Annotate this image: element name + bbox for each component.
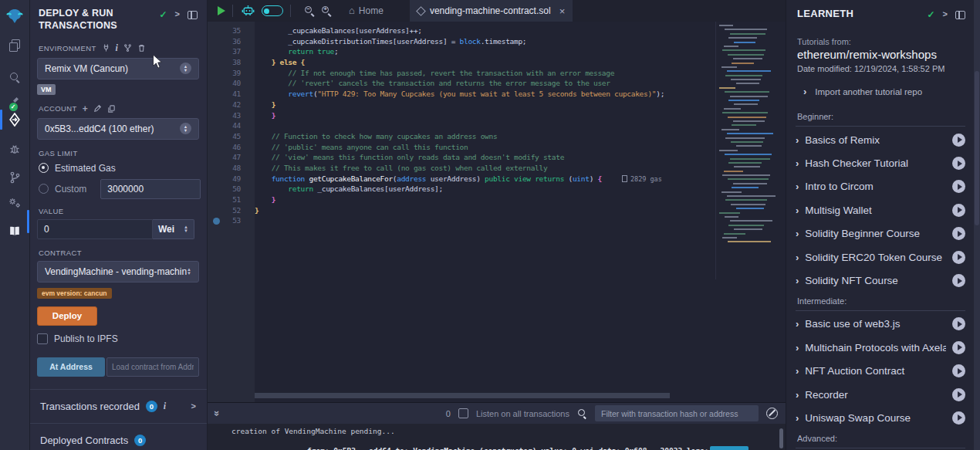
panel-pin-icon[interactable] <box>188 11 198 19</box>
editor-area: − + ⌂ Home vending-machine-contract.sol … <box>207 0 786 450</box>
copilot-toggle[interactable] <box>262 5 283 16</box>
terminal-search-icon[interactable] <box>577 408 587 418</box>
right-scrollbar[interactable] <box>974 0 980 450</box>
at-address-button[interactable]: At Address <box>37 357 105 377</box>
tutorial-item[interactable]: ›Solidity ERC20 Token Course <box>796 245 965 269</box>
contract-select[interactable]: VendingMachine - vending-machin ▲▼ <box>37 261 199 283</box>
tutorial-item[interactable]: ›Basic use of web3.js <box>796 313 965 336</box>
terminal-filter-input[interactable] <box>595 405 759 421</box>
run-script-icon[interactable] <box>218 6 225 15</box>
remix-logo[interactable] <box>0 5 29 28</box>
breakpoint-dot[interactable] <box>213 218 220 225</box>
file-explorer-icon[interactable] <box>0 33 29 56</box>
play-tutorial-button[interactable] <box>952 227 965 240</box>
chevron-right-icon: › <box>796 228 799 239</box>
horizontal-scrollbar[interactable] <box>255 393 670 398</box>
learneth-expand-icon[interactable]: > <box>943 9 948 19</box>
fork-environment-icon[interactable] <box>123 43 132 52</box>
terminal-vertical-scrollbar[interactable] <box>779 428 783 448</box>
custom-gas-input[interactable] <box>100 179 201 199</box>
play-tutorial-button[interactable] <box>952 411 965 425</box>
source-control-icon[interactable] <box>0 166 29 189</box>
play-tutorial-button[interactable] <box>952 251 965 264</box>
tab-vending-machine-contract[interactable]: vending-machine-contract.sol × <box>410 0 573 22</box>
learneth-pin-icon[interactable] <box>955 11 965 19</box>
tutorial-item[interactable]: ›Intro to Circom <box>796 175 965 198</box>
code-line: 41 revert("HTTP 429: Too Many Cupcakes (… <box>207 89 786 100</box>
debugger-icon[interactable] <box>0 137 29 161</box>
ai-copilot-robot-icon[interactable] <box>242 5 255 17</box>
code-line: 48 // This makes it free to call (no gas… <box>207 163 786 174</box>
chevron-right-icon: › <box>796 181 799 192</box>
tutorial-item-label: Multisig Wallet <box>805 205 946 216</box>
play-tutorial-button[interactable] <box>952 364 965 377</box>
chevron-right-icon: › <box>796 275 799 286</box>
deploy-button[interactable]: Deploy <box>37 306 97 326</box>
zoom-in-icon[interactable]: + <box>321 5 332 16</box>
tutorial-item[interactable]: ›Solidity NFT Course <box>796 269 965 292</box>
debug-button[interactable] <box>710 446 749 450</box>
tutorial-item[interactable]: ›Multichain Protocols with Axelar <box>796 336 965 359</box>
copy-account-icon[interactable] <box>107 104 116 113</box>
sign-message-icon[interactable] <box>93 104 102 113</box>
tutorial-item-label: NFT Auction Contract <box>805 365 946 377</box>
code-line: 44 <box>207 120 786 131</box>
minimap[interactable] <box>715 22 778 279</box>
value-unit: Wei <box>158 224 174 235</box>
environment-info-icon[interactable]: i <box>116 42 119 54</box>
play-tutorial-button[interactable] <box>952 388 965 401</box>
home-icon: ⌂ <box>349 6 355 15</box>
zoom-out-icon[interactable]: − <box>304 5 315 16</box>
panel-expand-icon[interactable]: > <box>175 9 180 19</box>
tutorial-item[interactable]: ›Recorder <box>796 383 965 406</box>
play-tutorial-button[interactable] <box>952 157 965 170</box>
tutorial-list: Beginner:›Basics of Remix›Hash Checker T… <box>786 108 975 450</box>
learneth-icon[interactable] <box>0 219 29 242</box>
transactions-expand-icon[interactable]: > <box>191 401 196 411</box>
tutorial-item[interactable]: ›Hash Checker Tutorial <box>796 151 965 174</box>
chevron-right-icon: › <box>796 389 799 401</box>
custom-gas-radio[interactable] <box>39 184 49 194</box>
play-tutorial-button[interactable] <box>952 180 965 193</box>
deploy-and-run-icon[interactable] <box>0 108 29 131</box>
account-select[interactable]: 0x5B3...eddC4 (100 ether) ▲▼ <box>37 118 199 140</box>
import-tutorial-label: Import another tutorial repo <box>815 87 922 96</box>
environment-value: Remix VM (Cancun) <box>45 63 128 74</box>
delete-environment-icon[interactable] <box>137 43 146 52</box>
terminal-collapse-icon[interactable]: » <box>211 411 223 416</box>
plug-icon[interactable] <box>102 43 110 52</box>
estimated-gas-radio[interactable] <box>39 163 49 173</box>
tutorial-item[interactable]: ›Solidity Beginner Course <box>796 222 965 245</box>
add-account-icon[interactable]: + <box>83 103 88 114</box>
tutorial-item[interactable]: ›NFT Auction Contract <box>796 360 965 383</box>
transactions-info-icon[interactable]: i <box>164 401 166 412</box>
at-address-input[interactable] <box>106 357 199 377</box>
tutorial-item[interactable]: ›Multisig Wallet <box>796 198 965 222</box>
play-tutorial-button[interactable] <box>952 134 965 147</box>
chevron-right-icon: › <box>796 157 799 169</box>
code-editor[interactable]: 35 _cupcakeBalances[userAddress]++;36 _c… <box>207 22 786 403</box>
environment-select[interactable]: Remix VM (Cancun) ▲▼ <box>37 58 199 80</box>
play-tutorial-button[interactable] <box>952 274 965 287</box>
value-input[interactable] <box>37 219 153 239</box>
tutorial-item[interactable]: ›Uniswap Swap Course <box>796 406 965 429</box>
code-line: 49 function getCupcakeBalanceFor(address… <box>207 174 786 184</box>
publish-ipfs-checkbox[interactable] <box>37 333 48 344</box>
import-tutorial-repo[interactable]: › Import another tutorial repo <box>803 86 975 97</box>
clear-terminal-icon[interactable] <box>766 408 778 419</box>
tutorial-section-label: Intermediate: <box>796 293 965 311</box>
search-icon[interactable] <box>0 66 29 89</box>
listen-all-transactions-checkbox[interactable] <box>458 408 468 418</box>
play-tutorial-button[interactable] <box>952 204 965 217</box>
custom-gas-label: Custom <box>55 184 86 195</box>
settings-icon[interactable] <box>0 191 29 215</box>
close-tab-icon[interactable]: × <box>559 5 566 17</box>
tab-home[interactable]: ⌂ Home <box>343 0 390 22</box>
tutorial-item-label: Basics of Remix <box>805 134 946 146</box>
solidity-file-icon <box>416 6 426 16</box>
play-tutorial-button[interactable] <box>952 317 965 330</box>
panel-title: DEPLOY & RUN TRANSACTIONS <box>39 7 147 32</box>
tutorial-item[interactable]: ›Basics of Remix <box>796 128 965 151</box>
play-tutorial-button[interactable] <box>952 341 965 354</box>
value-unit-select[interactable]: Wei ▲▼ <box>153 219 194 239</box>
